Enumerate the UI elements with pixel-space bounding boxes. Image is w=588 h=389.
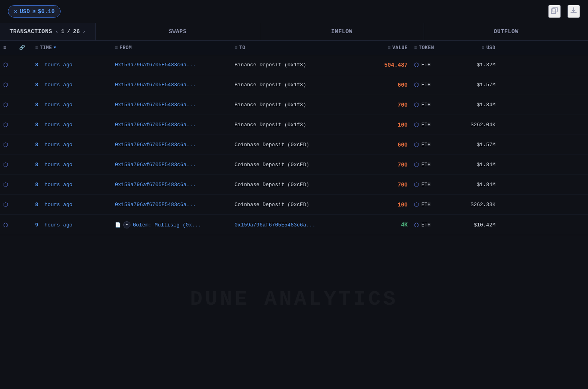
table-row[interactable]: ⬡ 8 hours ago 0x159a796af6705E5483c6a...…	[0, 95, 588, 115]
chain-icon-cell: ⬡	[0, 101, 16, 108]
to-address[interactable]: Binance Deposit (0x1f3)	[235, 82, 306, 88]
to-cell[interactable]: Coinbase Deposit (0xcED)	[231, 202, 359, 208]
from-address[interactable]: 0x159a796af6705E5483c6a...	[115, 82, 196, 88]
tab-transactions[interactable]: TRANSACTIONS ‹ 1 / 26 ›	[0, 23, 96, 40]
value-cell: 600	[359, 142, 411, 148]
value-cell: 4K	[359, 222, 411, 228]
to-address[interactable]: Coinbase Deposit (0xcED)	[235, 162, 309, 168]
time-hours: 8	[35, 122, 38, 128]
token-icon: ⬡	[414, 101, 419, 108]
token-cell: ⬡ ETH	[411, 222, 455, 228]
copy-button[interactable]	[548, 5, 561, 18]
tab-inflow[interactable]: INFLOW	[260, 23, 424, 40]
to-address[interactable]: Coinbase Deposit (0xcED)	[235, 182, 309, 188]
time-value: 8 hours ago	[35, 82, 73, 88]
col-to[interactable]: ≡ TO	[231, 45, 359, 51]
from-cell[interactable]: 0x159a796af6705E5483c6a...	[112, 122, 231, 128]
eth-chain-icon: ⬡	[3, 141, 8, 148]
tab-outflow[interactable]: OUTFLOW	[424, 23, 588, 40]
top-right-actions	[548, 5, 580, 18]
table-row[interactable]: ⬡ 9 hours ago 📄 ● Golem: Multisig (0x...…	[0, 215, 588, 235]
token-cell: ⬡ ETH	[411, 62, 455, 68]
time-cell: 8 hours ago	[32, 82, 112, 88]
from-cell[interactable]: 0x159a796af6705E5483c6a...	[112, 62, 231, 68]
to-cell[interactable]: Binance Deposit (0x1f3)	[231, 62, 359, 68]
value-amount: 4K	[401, 222, 408, 228]
from-address[interactable]: 0x159a796af6705E5483c6a...	[115, 182, 196, 188]
from-cell[interactable]: 0x159a796af6705E5483c6a...	[112, 102, 231, 108]
token-cell: ⬡ ETH	[411, 101, 455, 108]
to-address[interactable]: 0x159a796af6705E5483c6a...	[235, 222, 316, 228]
token-cell: ⬡ ETH	[411, 141, 455, 148]
token-name: ETH	[421, 122, 430, 128]
time-label[interactable]: TIME	[40, 45, 52, 51]
value-cell: 700	[359, 102, 411, 108]
table-row[interactable]: ⬡ 8 hours ago 0x159a796af6705E5483c6a...…	[0, 175, 588, 195]
from-cell[interactable]: 📄 ● Golem: Multisig (0x...	[112, 221, 231, 228]
table-row[interactable]: ⬡ 8 hours ago 0x159a796af6705E5483c6a...…	[0, 195, 588, 215]
from-cell[interactable]: 0x159a796af6705E5483c6a...	[112, 162, 231, 168]
to-label: TO	[239, 45, 245, 51]
to-address[interactable]: Binance Deposit (0x1f3)	[235, 122, 306, 128]
value-amount: 700	[398, 182, 408, 188]
to-address[interactable]: Binance Deposit (0x1f3)	[235, 62, 306, 68]
filter-chip[interactable]: ✕ USD ≥ $0.10	[8, 5, 61, 18]
to-cell[interactable]: Binance Deposit (0x1f3)	[231, 82, 359, 88]
table-row[interactable]: ⬡ 8 hours ago 0x159a796af6705E5483c6a...…	[0, 135, 588, 155]
table-row[interactable]: ⬡ 8 hours ago 0x159a796af6705E5483c6a...…	[0, 55, 588, 75]
from-address[interactable]: 0x159a796af6705E5483c6a...	[115, 142, 196, 148]
filter-rows-icon[interactable]: ≡	[3, 45, 6, 51]
from-address[interactable]: 0x159a796af6705E5483c6a...	[115, 62, 196, 68]
prev-page-button[interactable]: ‹	[55, 29, 59, 35]
token-name: ETH	[421, 222, 430, 228]
to-address[interactable]: Binance Deposit (0x1f3)	[235, 102, 306, 108]
transactions-label: TRANSACTIONS	[10, 28, 52, 35]
to-cell[interactable]: 0x159a796af6705E5483c6a...	[231, 222, 359, 228]
time-cell: 8 hours ago	[32, 142, 112, 148]
from-label: FROM	[120, 45, 132, 51]
from-address[interactable]: 0x159a796af6705E5483c6a...	[115, 122, 196, 128]
time-sort-icon[interactable]: ▼	[54, 46, 57, 50]
from-address[interactable]: 0x159a796af6705E5483c6a...	[115, 102, 196, 108]
eth-chain-icon: ⬡	[3, 222, 8, 228]
to-address[interactable]: Coinbase Deposit (0xcED)	[235, 142, 309, 148]
to-cell[interactable]: Coinbase Deposit (0xcED)	[231, 142, 359, 148]
tab-swaps[interactable]: SWAPS	[96, 23, 260, 40]
chain-icon-cell: ⬡	[0, 141, 16, 148]
to-cell[interactable]: Coinbase Deposit (0xcED)	[231, 182, 359, 188]
from-cell[interactable]: 0x159a796af6705E5483c6a...	[112, 142, 231, 148]
next-page-button[interactable]: ›	[83, 29, 86, 35]
col-usd[interactable]: ≡ USD	[455, 45, 499, 51]
top-bar: ✕ USD ≥ $0.10	[0, 0, 588, 23]
from-cell[interactable]: 0x159a796af6705E5483c6a...	[112, 202, 231, 208]
table-row[interactable]: ⬡ 8 hours ago 0x159a796af6705E5483c6a...…	[0, 75, 588, 95]
page-current: 1	[61, 28, 65, 35]
col-value[interactable]: ≡ VALUE	[359, 45, 411, 51]
usd-cell: $1.84M	[455, 162, 499, 168]
from-cell[interactable]: 0x159a796af6705E5483c6a...	[112, 182, 231, 188]
to-cell[interactable]: Binance Deposit (0x1f3)	[231, 122, 359, 128]
value-cell: 600	[359, 82, 411, 88]
col-time[interactable]: ≡ TIME ▼	[32, 45, 112, 51]
from-address[interactable]: 0x159a796af6705E5483c6a...	[115, 162, 196, 168]
table-row[interactable]: ⬡ 8 hours ago 0x159a796af6705E5483c6a...…	[0, 155, 588, 175]
table-row[interactable]: ⬡ 8 hours ago 0x159a796af6705E5483c6a...…	[0, 115, 588, 135]
time-cell: 8 hours ago	[32, 162, 112, 168]
download-button[interactable]	[567, 5, 580, 18]
to-address[interactable]: Coinbase Deposit (0xcED)	[235, 202, 309, 208]
to-cell[interactable]: Coinbase Deposit (0xcED)	[231, 162, 359, 168]
value-cell: 504.487	[359, 62, 411, 68]
to-cell[interactable]: Binance Deposit (0x1f3)	[231, 102, 359, 108]
col-from[interactable]: ≡ FROM	[112, 45, 231, 51]
from-address[interactable]: 0x159a796af6705E5483c6a...	[115, 202, 196, 208]
from-cell[interactable]: 0x159a796af6705E5483c6a...	[112, 82, 231, 88]
from-address[interactable]: Golem: Multisig (0x...	[133, 222, 201, 228]
token-icon: ⬡	[414, 181, 419, 188]
col-token[interactable]: ≡ TOKEN	[411, 45, 455, 51]
column-headers: ≡ 🔗 ≡ TIME ▼ ≡ FROM ≡ TO ≡ VALUE ≡ TOKEN…	[0, 41, 588, 55]
col-filter-icon[interactable]: ≡	[0, 45, 16, 51]
filter-geq-icon: ≥	[32, 8, 36, 15]
col-link-icon: 🔗	[16, 45, 32, 51]
chain-icon-cell: ⬡	[0, 62, 16, 68]
close-icon[interactable]: ✕	[14, 8, 17, 15]
